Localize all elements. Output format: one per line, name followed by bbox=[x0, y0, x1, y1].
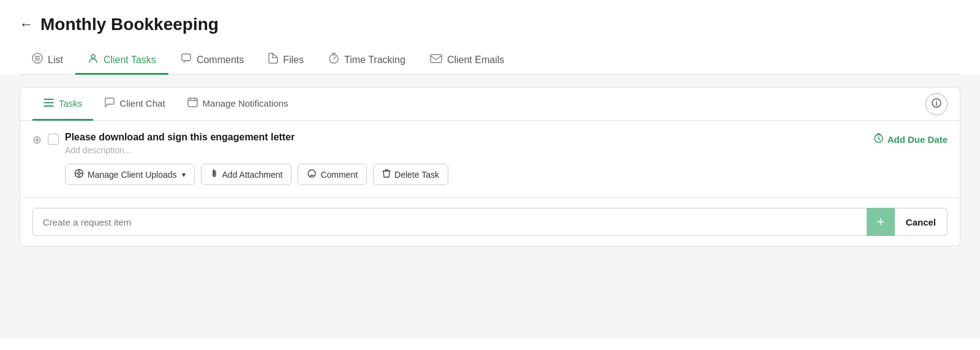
content-area: Tasks Client Chat bbox=[0, 75, 980, 338]
sub-tabs: Tasks Client Chat bbox=[20, 88, 960, 121]
tab-list-label: List bbox=[48, 55, 63, 66]
cancel-label: Cancel bbox=[906, 217, 936, 227]
add-request-button[interactable]: + bbox=[867, 208, 895, 236]
tab-files-label: Files bbox=[283, 55, 304, 66]
add-attachment-button[interactable]: Add Attachment bbox=[201, 164, 292, 185]
svg-point-20 bbox=[936, 100, 937, 101]
svg-rect-5 bbox=[182, 54, 190, 61]
task-description: Add description... bbox=[65, 145, 867, 155]
delete-icon bbox=[382, 169, 391, 180]
tasks-sub-icon bbox=[43, 98, 54, 109]
files-icon bbox=[268, 53, 278, 67]
chevron-down-icon: ▾ bbox=[182, 170, 186, 179]
top-nav: List Client Tasks bbox=[20, 47, 960, 75]
client-tasks-icon bbox=[88, 53, 99, 67]
sub-tab-client-chat-label: Client Chat bbox=[119, 98, 165, 108]
tab-client-emails-label: Client Emails bbox=[447, 55, 504, 66]
create-request-input[interactable] bbox=[32, 208, 867, 236]
tab-client-tasks-label: Client Tasks bbox=[104, 55, 156, 66]
back-button[interactable]: ← bbox=[20, 17, 33, 32]
add-due-date-label: Add Due Date bbox=[888, 134, 948, 145]
tab-client-emails[interactable]: Client Emails bbox=[418, 48, 516, 74]
manage-client-uploads-button[interactable]: Manage Client Uploads ▾ bbox=[65, 164, 195, 185]
svg-point-27 bbox=[308, 170, 315, 177]
manage-uploads-icon bbox=[74, 169, 84, 180]
task-actions: Manage Client Uploads ▾ Add At bbox=[65, 164, 867, 185]
tab-time-tracking-label: Time Tracking bbox=[344, 55, 405, 66]
cancel-button[interactable]: Cancel bbox=[895, 208, 948, 236]
main-card: Tasks Client Chat bbox=[20, 87, 960, 246]
tab-time-tracking[interactable]: Time Tracking bbox=[316, 47, 418, 75]
sub-tab-tasks[interactable]: Tasks bbox=[32, 88, 93, 121]
svg-point-4 bbox=[91, 55, 95, 58]
tab-comments[interactable]: Comments bbox=[168, 47, 256, 75]
create-request-row: + Cancel bbox=[20, 198, 960, 246]
delete-task-button[interactable]: Delete Task bbox=[373, 164, 448, 185]
sub-tab-manage-notifications[interactable]: Manage Notifications bbox=[176, 88, 300, 121]
manage-client-uploads-label: Manage Client Uploads bbox=[88, 170, 177, 180]
tab-files[interactable]: Files bbox=[256, 47, 316, 75]
page-title: Monthly Bookkeeping bbox=[40, 15, 219, 34]
plus-icon: + bbox=[876, 214, 884, 230]
list-icon bbox=[32, 53, 43, 67]
clock-icon bbox=[873, 133, 884, 145]
task-item: ⊕ Please download and sign this engageme… bbox=[20, 121, 960, 198]
svg-rect-10 bbox=[431, 55, 442, 63]
drag-handle[interactable]: ⊕ bbox=[32, 133, 42, 146]
client-emails-icon bbox=[430, 54, 442, 66]
sub-tab-client-chat[interactable]: Client Chat bbox=[93, 88, 176, 121]
tab-client-tasks[interactable]: Client Tasks bbox=[75, 47, 168, 75]
svg-rect-14 bbox=[188, 98, 197, 107]
info-button[interactable] bbox=[925, 93, 948, 115]
manage-notifications-icon bbox=[187, 97, 198, 109]
svg-line-30 bbox=[878, 139, 880, 140]
add-due-date-button[interactable]: Add Due Date bbox=[873, 132, 948, 145]
sub-tab-tasks-label: Tasks bbox=[59, 98, 82, 108]
tab-comments-label: Comments bbox=[197, 55, 244, 66]
sub-tab-manage-notifications-label: Manage Notifications bbox=[203, 98, 288, 108]
tab-list[interactable]: List bbox=[20, 47, 75, 75]
comments-icon bbox=[181, 53, 192, 67]
task-checkbox[interactable] bbox=[48, 134, 59, 145]
comment-icon bbox=[307, 169, 317, 180]
page-header: ← Monthly Bookkeeping List bbox=[0, 0, 980, 75]
client-chat-icon bbox=[104, 97, 115, 109]
svg-point-22 bbox=[78, 172, 80, 175]
comment-button[interactable]: Comment bbox=[298, 164, 367, 185]
comment-label: Comment bbox=[320, 170, 358, 180]
info-icon bbox=[932, 98, 941, 110]
add-attachment-label: Add Attachment bbox=[222, 170, 283, 180]
svg-line-8 bbox=[334, 57, 336, 59]
time-tracking-icon bbox=[328, 53, 339, 67]
attachment-icon bbox=[210, 169, 219, 180]
task-title: Please download and sign this engagement… bbox=[65, 132, 867, 143]
task-content: Please download and sign this engagement… bbox=[65, 132, 867, 185]
delete-task-label: Delete Task bbox=[394, 170, 439, 180]
